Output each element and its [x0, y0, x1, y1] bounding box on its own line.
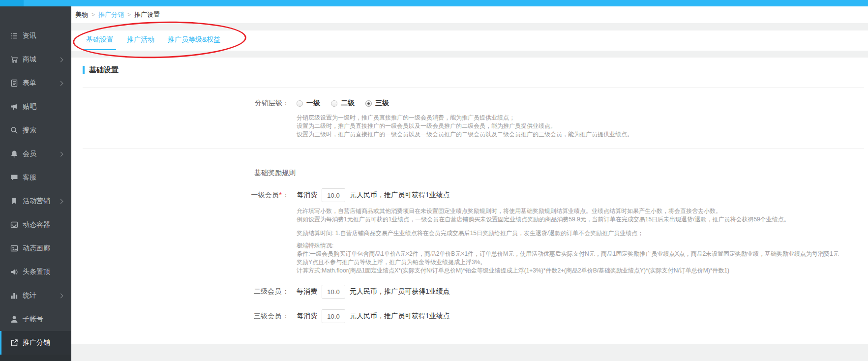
help-line: 奖励结算时间: 1.自营店铺商品交易产生业绩点将在会员完成交易后15日奖励给推广… — [297, 229, 868, 238]
radio-level-2[interactable]: 二级 — [331, 99, 355, 108]
radio-label: 二级 — [341, 99, 355, 108]
bell-icon — [10, 150, 18, 158]
radio-level-1[interactable]: 一级 — [297, 99, 320, 108]
consume-suffix: 元人民币，推广员可获得1业绩点 — [350, 312, 450, 321]
help-line: 奖励Y点且不参与推广员等级上浮，推广员为铂金等级业绩提成上浮3%。 — [297, 258, 868, 267]
section-accent-bar — [83, 66, 85, 74]
chevron-right-icon — [59, 293, 63, 298]
sidebar-item-members[interactable]: 会员 — [0, 142, 71, 166]
level1-amount-input[interactable] — [322, 188, 345, 202]
sidebar-item-label: 子帐号 — [23, 315, 64, 324]
breadcrumb-link-promotion[interactable]: 推广分销 — [98, 10, 124, 19]
help-line: 设置为三级时，推广员直接推广的一级会员以及一级会员推广的二级会员以及二级会员推广… — [297, 130, 868, 139]
container-icon — [10, 221, 18, 229]
sidebar-item-label: 表单 — [23, 79, 59, 88]
sidebar-item-news[interactable]: 资讯 — [0, 24, 71, 48]
reward-rules-title: 基础奖励规则 — [254, 169, 868, 178]
sidebar-item-activity-marketing[interactable]: 活动营销 — [0, 189, 71, 213]
field-label: 分销层级： — [83, 99, 289, 108]
level2-member-row: 二级会员： 每消费 元人民币，推广员可获得1业绩点 — [83, 285, 868, 299]
settlement-note: 奖励结算时间: 1.自营店铺商品交易产生业绩点将在会员完成交易后15日奖励给推广… — [297, 229, 868, 238]
sidebar-item-label: 统计 — [23, 291, 59, 300]
field-label: 三级会员： — [83, 312, 289, 321]
breadcrumb-root[interactable]: 美物 — [75, 10, 88, 19]
radio-label: 三级 — [375, 99, 389, 108]
level2-amount-input[interactable] — [322, 285, 345, 299]
sidebar-item-label: 活动营销 — [23, 197, 59, 206]
gallery-icon — [10, 244, 18, 252]
divider — [83, 149, 864, 149]
chevron-right-icon — [59, 199, 63, 204]
sidebar-footer — [0, 355, 71, 361]
top-bar — [0, 0, 868, 6]
radio-circle — [297, 100, 303, 107]
divider — [83, 88, 864, 88]
chevron-right-icon — [59, 81, 63, 86]
tab-promoter-levels[interactable]: 推广员等级&权益 — [165, 35, 223, 50]
breadcrumb-separator: > — [127, 11, 131, 18]
sidebar-item-label: 动态容器 — [23, 220, 64, 229]
chevron-right-icon — [59, 151, 63, 156]
breadcrumb-current: 推广设置 — [134, 10, 160, 19]
radio-circle — [331, 100, 337, 107]
app-window: 资讯 商城 表单 贴吧 搜索 会员 — [0, 0, 868, 361]
share-icon — [10, 339, 18, 347]
tab-bar: 基础设置 推广活动 推广员等级&权益 — [71, 30, 868, 51]
sidebar-item-dynamic-gallery[interactable]: 动态画廊 — [0, 237, 71, 260]
chevron-right-icon — [59, 57, 63, 62]
sidebar-item-tieba[interactable]: 贴吧 — [0, 95, 71, 119]
tab-promotion-activities[interactable]: 推广活动 — [124, 35, 157, 50]
sidebar-item-label: 搜索 — [23, 126, 64, 135]
consume-prefix: 每消费 — [297, 191, 317, 200]
level-radio-group: 一级 二级 三级 — [297, 99, 400, 108]
sidebar-item-dynamic-container[interactable]: 动态容器 — [0, 213, 71, 237]
help-line: 分销层级设置为一级时，推广员直接推广的一级会员消费，能为推广员提供业绩点； — [297, 114, 868, 122]
settings-panel: 基础设置 分销层级： 一级 二级 — [71, 58, 868, 344]
sidebar: 资讯 商城 表单 贴吧 搜索 会员 — [0, 6, 71, 361]
help-line: 计算方式:Math.floor(商品1固定业绩点X*(实际支付N/订单总价M)*… — [297, 267, 868, 275]
sidebar-item-subaccount[interactable]: 子帐号 — [0, 307, 71, 331]
level3-amount-input[interactable] — [322, 309, 345, 323]
breadcrumb: 美物 > 推广分销 > 推广设置 — [71, 6, 868, 23]
tab-label: 基础设置 — [86, 35, 114, 43]
sidebar-item-forms[interactable]: 表单 — [0, 71, 71, 95]
page-gap — [71, 344, 868, 361]
radio-level-3[interactable]: 三级 — [365, 99, 389, 108]
tab-basic-settings[interactable]: 基础设置 — [84, 35, 116, 50]
form-icon — [10, 79, 18, 87]
consume-prefix: 每消费 — [297, 312, 317, 321]
sidebar-item-search[interactable]: 搜索 — [0, 119, 71, 142]
sidebar-item-headline-top[interactable]: 头条置顶 — [0, 260, 71, 284]
list-icon — [10, 32, 18, 40]
tab-label: 推广活动 — [127, 35, 154, 43]
user-icon — [10, 315, 18, 323]
page-gap — [71, 23, 868, 30]
sidebar-item-label: 商城 — [23, 55, 59, 64]
speaker-icon — [10, 268, 18, 276]
help-line: 例如设置为每消费1元推广员可获的1业绩点，一级会员在自营店铺购买未设置固定业绩点… — [297, 215, 868, 224]
consume-prefix: 每消费 — [297, 287, 317, 296]
bookmark-icon — [10, 197, 18, 205]
sidebar-item-label: 客服 — [23, 173, 64, 182]
level1-member-row: 一级会员*： 每消费 元人民币，推广员可获得1业绩点 — [83, 188, 868, 202]
level3-member-row: 三级会员： 每消费 元人民币，推广员可获得1业绩点 — [83, 309, 868, 323]
sidebar-item-service[interactable]: 客服 — [0, 166, 71, 189]
sidebar-item-label: 头条置顶 — [23, 268, 64, 276]
radio-label: 一级 — [306, 99, 320, 108]
cart-icon — [10, 56, 18, 63]
sidebar-item-label: 推广分销 — [23, 338, 64, 347]
level-help-text: 分销层级设置为一级时，推广员直接推广的一级会员消费，能为推广员提供业绩点； 设置… — [297, 114, 868, 139]
help-line: 允许填写小数，自营店铺商品或其他消费项目在未设置固定业绩点奖励规则时，将使用基础… — [297, 207, 868, 215]
section-title: 基础设置 — [89, 65, 119, 75]
radio-circle — [365, 100, 372, 107]
sidebar-item-mall[interactable]: 商城 — [0, 48, 71, 71]
sidebar-item-promotion-distribution[interactable]: 推广分销 — [0, 331, 71, 355]
edge-case-note: 极端特殊情况: 条件:一级会员购买订单包含商品1单价A元×2件，商品2单价B元×… — [297, 241, 868, 275]
breadcrumb-separator: > — [91, 11, 95, 18]
stats-icon — [10, 292, 18, 300]
megaphone-icon — [10, 103, 18, 111]
sidebar-item-statistics[interactable]: 统计 — [0, 284, 71, 307]
distribution-level-row: 分销层级： 一级 二级 三级 — [83, 99, 868, 108]
page-gap — [71, 51, 868, 58]
sidebar-item-label: 资讯 — [23, 31, 64, 40]
